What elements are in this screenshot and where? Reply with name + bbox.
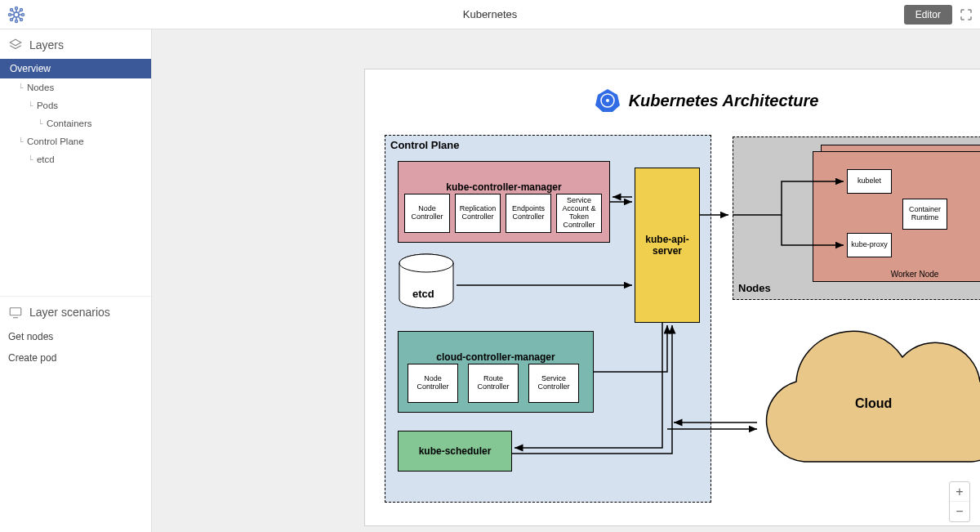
zoom-in-button[interactable]: +: [950, 482, 969, 502]
cloud-label: Cloud: [855, 396, 892, 411]
page-title: Kubernetes: [463, 8, 518, 20]
svg-line-14: [18, 11, 20, 13]
editor-button[interactable]: Editor: [904, 5, 952, 25]
ccm-ctrl-1[interactable]: Route Controller: [468, 364, 519, 403]
zoom-controls: + −: [949, 481, 970, 522]
zoom-out-button[interactable]: −: [950, 502, 969, 521]
svg-rect-17: [10, 308, 21, 315]
kube-scheduler-box[interactable]: kube-scheduler: [398, 431, 512, 472]
diagram-title: Kubernetes Architecture: [629, 92, 819, 110]
svg-line-16: [18, 16, 20, 19]
diagram-canvas[interactable]: Kubernetes Architecture Control Plane ku…: [364, 69, 980, 526]
topbar: Kubernetes Editor: [0, 0, 980, 29]
scenarios-header: Layer scenarios: [0, 296, 151, 326]
kcm-ctrl-0[interactable]: Node Controller: [404, 194, 450, 233]
kcm-ctrl-2[interactable]: Endpoints Controller: [506, 194, 551, 233]
monitor-icon: [8, 305, 23, 320]
tree-item-control-plane[interactable]: Control Plane: [0, 132, 151, 150]
layers-header: Layers: [0, 29, 151, 59]
svg-point-3: [9, 13, 11, 16]
svg-point-2: [16, 20, 18, 22]
kcm-ctrl-1[interactable]: Replication Controller: [455, 194, 501, 233]
tree-item-containers[interactable]: Containers: [0, 114, 151, 132]
svg-point-23: [399, 254, 453, 272]
worker-node-label: Worker Node: [891, 270, 939, 279]
control-plane-label: Control Plane: [390, 139, 460, 151]
scenarios-header-label: Layer scenarios: [29, 306, 110, 319]
svg-point-4: [22, 13, 24, 16]
layers-icon: [8, 38, 23, 52]
worker-node-box[interactable]: Worker Node: [813, 151, 980, 282]
layers-header-label: Layers: [29, 38, 64, 51]
svg-line-13: [12, 11, 15, 13]
ccm-ctrl-0[interactable]: Node Controller: [408, 364, 458, 403]
kube-api-server-box[interactable]: kube-api-server: [635, 168, 700, 323]
sidebar: Layers Overview Nodes Pods Containers Co…: [0, 29, 152, 532]
tree-item-etcd[interactable]: etcd: [0, 150, 151, 168]
kcm-ctrl-3[interactable]: Service Account & Token Controller: [556, 194, 602, 233]
kube-proxy-box[interactable]: kube-proxy: [847, 233, 892, 257]
etcd-cylinder-icon[interactable]: [398, 253, 455, 311]
tree-item-pods[interactable]: Pods: [0, 96, 151, 114]
svg-point-1: [16, 7, 18, 9]
svg-point-0: [14, 12, 19, 17]
container-runtime-box[interactable]: Container Runtime: [902, 199, 947, 230]
ccm-title: cloud-controller-manager: [436, 351, 555, 363]
etcd-label: etcd: [412, 288, 434, 300]
kubernetes-logo-icon: [595, 87, 621, 114]
nodes-label: Nodes: [738, 282, 771, 294]
ccm-ctrl-2[interactable]: Service Controller: [528, 364, 579, 403]
tree-item-overview[interactable]: Overview: [0, 59, 151, 78]
scenario-create-pod[interactable]: Create pod: [0, 347, 151, 369]
kcm-title: kube-controller-manager: [446, 181, 561, 193]
svg-point-21: [606, 99, 609, 102]
scenario-get-nodes[interactable]: Get nodes: [0, 326, 151, 347]
kubelet-box[interactable]: kubelet: [847, 169, 892, 194]
canvas-area[interactable]: Kubernetes Architecture Control Plane ku…: [152, 29, 980, 532]
svg-line-15: [12, 16, 15, 19]
fullscreen-icon[interactable]: [959, 7, 973, 22]
tree-item-nodes[interactable]: Nodes: [0, 78, 151, 96]
app-logo-icon[interactable]: [7, 5, 26, 25]
diagram-title-wrap: Kubernetes Architecture: [365, 87, 980, 114]
